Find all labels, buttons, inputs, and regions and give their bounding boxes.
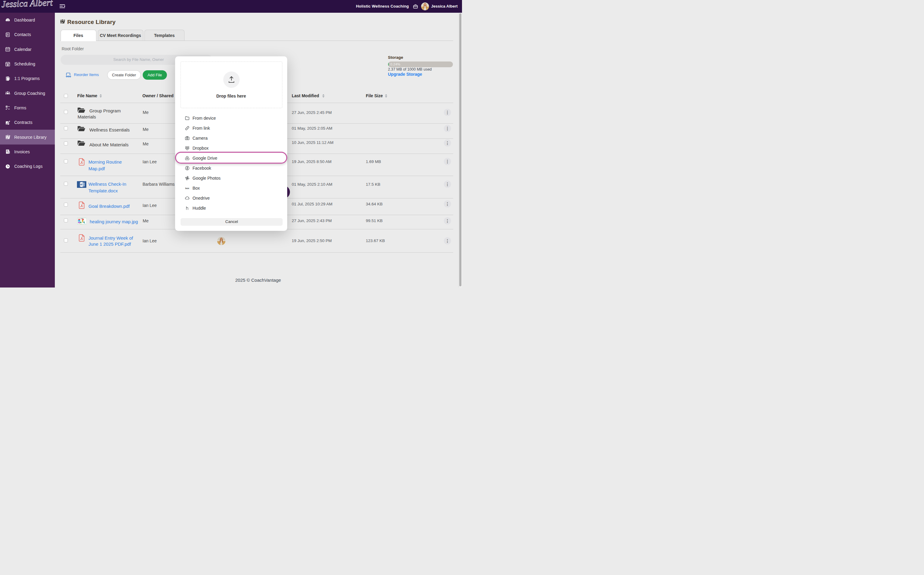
svg-text:$: $ <box>8 152 8 153</box>
svg-text:box: box <box>185 187 189 190</box>
svg-text:W: W <box>80 183 83 186</box>
